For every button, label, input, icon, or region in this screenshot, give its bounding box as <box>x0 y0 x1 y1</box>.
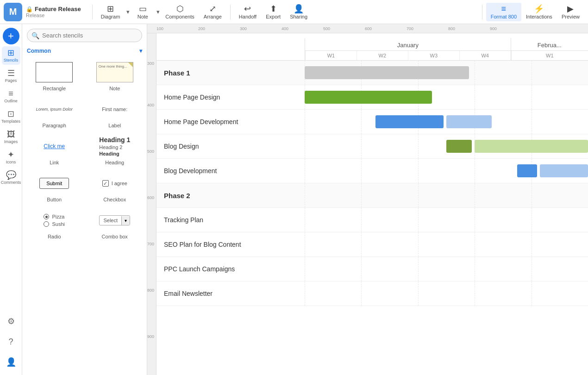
ruler-left: 300 400 500 600 700 800 900 <box>147 33 156 375</box>
phase1-grid <box>305 61 588 85</box>
gantt-row-phase1: Phase 1 <box>156 61 588 85</box>
phase1-chart <box>305 61 588 85</box>
ruler-tick-900: 900 <box>490 26 497 31</box>
jan-w4: W4 <box>459 51 511 60</box>
sidebar-item-templates[interactable]: ⊡ Templates <box>2 107 20 126</box>
stencil-heading[interactable]: Heading 1 Heading 2 Heading Heading <box>85 131 145 168</box>
toolbar-separator-3 <box>482 5 482 19</box>
combo-arrow: ▾ <box>121 216 130 225</box>
pages-icon: ☰ <box>7 69 15 77</box>
format-button[interactable]: ≡ Format 800 <box>486 3 521 21</box>
ruler-tick-600: 600 <box>365 26 372 31</box>
jan-w3: W3 <box>408 51 459 60</box>
gantt-row-hpdev: Home Page Development <box>156 110 588 134</box>
sidebar-comments-label: Comments <box>1 180 21 185</box>
stencil-link[interactable]: Click me Link <box>24 131 85 168</box>
heading-shape: Heading 1 Heading 2 Heading <box>99 136 130 156</box>
export-button[interactable]: ⬆ Export <box>261 3 285 21</box>
stencil-rectangle[interactable]: Rectangle <box>24 57 85 94</box>
interactions-icon: ⚡ <box>534 5 544 13</box>
outline-icon: ≡ <box>8 89 13 98</box>
diagram-caret[interactable]: ▾ <box>125 6 131 17</box>
sidebar-item-outline[interactable]: ≡ Outline <box>2 87 20 106</box>
stencil-radio[interactable]: Pizza Sushi Radio <box>24 205 85 242</box>
sidebar-pages-label: Pages <box>5 78 17 83</box>
settings-icon: ⚙ <box>7 317 15 325</box>
sidebar-item-comments[interactable]: 💬 Comments <box>2 169 20 187</box>
button-preview: Submit <box>26 172 83 195</box>
handoff-button[interactable]: ↩ Handoff <box>234 3 261 21</box>
components-button[interactable]: ⬡ Components <box>161 3 199 21</box>
sidebar-item-images[interactable]: 🖼 Images <box>2 128 20 146</box>
sidebar: + ⊞ Stencils ☰ Pages ≡ Outline ⊡ Templat… <box>0 24 22 375</box>
radio-preview: Pizza Sushi <box>26 209 83 232</box>
export-icon: ⬆ <box>270 5 277 13</box>
sidebar-item-icons[interactable]: ✦ Icons <box>2 148 20 167</box>
heading-label: Heading <box>105 160 124 165</box>
diagram-icon: ⊞ <box>107 5 114 13</box>
sidebar-item-settings[interactable]: ⚙ <box>2 312 20 331</box>
february-label: Februa... <box>511 38 588 51</box>
help-icon: ? <box>8 338 13 346</box>
blogd-grid <box>305 134 588 158</box>
add-button[interactable]: + <box>3 28 19 44</box>
sidebar-stencils-label: Stencils <box>4 58 19 62</box>
ruler-tick-800: 800 <box>448 26 455 31</box>
stencils-icon: ⊞ <box>7 49 14 57</box>
sidebar-templates-label: Templates <box>1 119 20 124</box>
sidebar-item-stencils[interactable]: ⊞ Stencils <box>2 46 20 65</box>
diagram-button[interactable]: ⊞ Diagram <box>96 3 125 21</box>
hpd-label: Home Page Design <box>156 94 305 101</box>
feb-w1: W1 <box>511 51 588 60</box>
sidebar-item-pages[interactable]: ☰ Pages <box>2 67 20 85</box>
format-icon: ≡ <box>501 5 507 13</box>
checkbox-label: Checkbox <box>103 197 126 202</box>
month-february: Februa... W1 <box>511 38 588 60</box>
ppc-chart <box>305 257 588 281</box>
stencil-button[interactable]: Submit Button <box>24 168 85 205</box>
stencil-label[interactable]: First name: Label <box>85 94 145 131</box>
stencils-category[interactable]: Common ▾ <box>22 45 147 57</box>
note-button[interactable]: ▭ Note <box>131 3 155 21</box>
january-label: January <box>305 38 511 51</box>
sidebar-item-avatar[interactable]: 👤 <box>2 353 20 371</box>
label-shape: First name: <box>102 106 127 112</box>
stencil-note[interactable]: One more thing... Note <box>85 57 145 94</box>
search-container: 🔍 <box>22 24 147 45</box>
email-chart <box>305 281 588 306</box>
ruler-tick-v-900: 900 <box>147 334 154 339</box>
checkbox-box: ✓ <box>102 180 109 187</box>
stencil-checkbox[interactable]: ✓ I agree Checkbox <box>85 168 145 205</box>
images-icon: 🖼 <box>7 130 15 138</box>
file-info: 🔒 Feature Release Release <box>26 6 81 18</box>
search-input[interactable] <box>27 29 142 42</box>
stencils-panel: 🔍 Common ▾ Rectangle One more thing... N… <box>22 24 147 375</box>
gantt-header: January W1 W2 W3 W4 Februa... W1 <box>156 38 588 61</box>
stencil-paragraph[interactable]: Lorem, Ipsum Dolor Paragraph <box>24 94 85 131</box>
hpdev-chart <box>305 110 588 134</box>
app-logo[interactable]: M <box>4 3 22 21</box>
preview-icon: ▶ <box>567 5 574 13</box>
seo-grid <box>305 232 588 256</box>
gantt-row-tracking: Tracking Plan <box>156 208 588 232</box>
combobox-label: Combo box <box>102 234 128 239</box>
interactions-button[interactable]: ⚡ Interactions <box>521 3 557 21</box>
stencils-grid: Rectangle One more thing... Note Lorem, … <box>22 57 147 246</box>
sharing-button[interactable]: 👤 Sharing <box>285 3 312 21</box>
stencil-combobox[interactable]: Select ▾ Combo box <box>85 205 145 242</box>
preview-button[interactable]: ▶ Preview <box>557 3 584 21</box>
note-caret[interactable]: ▾ <box>156 6 161 17</box>
jan-w1: W1 <box>305 51 357 60</box>
sidebar-item-help[interactable]: ? <box>2 332 20 351</box>
heading-preview: Heading 1 Heading 2 Heading <box>87 135 144 158</box>
paragraph-preview: Lorem, Ipsum Dolor <box>26 98 83 121</box>
arrange-button[interactable]: ⤢ Arrange <box>199 3 226 21</box>
seo-chart <box>305 232 588 256</box>
link-preview: Click me <box>26 135 83 158</box>
avatar-icon: 👤 <box>6 358 16 366</box>
canvas: January W1 W2 W3 W4 Februa... W1 <box>156 33 588 375</box>
file-subtitle: Release <box>26 12 81 18</box>
ruler-tick-200: 200 <box>198 26 205 31</box>
gantt-row-phase2: Phase 2 <box>156 183 588 208</box>
arrange-icon: ⤢ <box>209 5 216 13</box>
